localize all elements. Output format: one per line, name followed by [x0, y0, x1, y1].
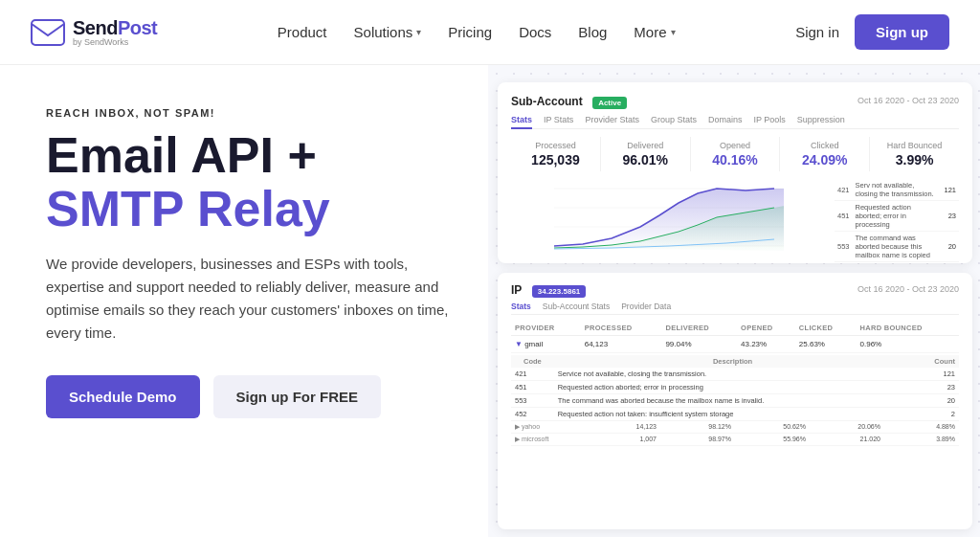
card1-header: Sub-Account Active Oct 16 2020 - Oct 23 … [511, 92, 959, 109]
hero-tag: REACH INBOX, NOT SPAM! [46, 107, 457, 119]
chart-area: 421Serv not available, closing the trans… [511, 179, 959, 256]
ip-tabs: Stats Sub-Account Stats Provider Data [511, 302, 959, 315]
card1-tab-domains[interactable]: Domains [708, 115, 743, 124]
logo-icon [31, 19, 65, 46]
nav-product[interactable]: Product [278, 24, 327, 40]
card1-title-row: Sub-Account Active [511, 92, 627, 109]
sub-row: 553 The command was aborted because the … [511, 394, 959, 408]
line-chart [511, 179, 827, 256]
logo-sub: by SendWorks [73, 38, 157, 47]
schedule-demo-button[interactable]: Schedule Demo [46, 375, 200, 418]
logo[interactable]: SendPost by SendWorks [31, 18, 157, 47]
logo-main: SendPost [73, 18, 157, 37]
sub-row: 452 Requested action not taken: insuffic… [511, 408, 959, 421]
hero-left: REACH INBOX, NOT SPAM! Email API + SMTP … [0, 65, 488, 537]
signup-button[interactable]: Sign up [855, 14, 949, 50]
card1-stats: Processed 125,039 Delivered 96.01% Opene… [511, 137, 959, 171]
header-actions: Sign in Sign up [795, 14, 949, 50]
chart-side-table: 421Serv not available, closing the trans… [835, 179, 959, 256]
preview-row-microsoft: ▶ microsoft 1,007 98.97% 55.96% 21.020 3… [511, 434, 959, 446]
nav-docs[interactable]: Docs [519, 24, 551, 40]
card1-tab-pools[interactable]: IP Pools [753, 115, 785, 124]
sub-error-table: Code Description Count 421 Service not a… [511, 355, 959, 421]
stat-clicked: Clicked 24.09% [780, 137, 870, 171]
expand-arrow-icon[interactable]: ▼ [515, 340, 523, 348]
sub-account-card: Sub-Account Active Oct 16 2020 - Oct 23 … [498, 82, 972, 263]
sub-row: 451 Requested action aborted; error in p… [511, 381, 959, 394]
card1-tab-suppression[interactable]: Suppression [797, 115, 845, 124]
hero-ctas: Schedule Demo Sign up For FREE [46, 375, 457, 418]
stat-delivered: Delivered 96.01% [601, 137, 691, 171]
preview-row-yahoo: ▶ yahoo 14,123 98.12% 50.62% 20.06% 4.88… [511, 421, 959, 434]
nav-solutions[interactable]: Solutions ▾ [354, 24, 422, 40]
hero-heading: Email API + SMTP Relay [46, 128, 457, 235]
signin-button[interactable]: Sign in [795, 24, 839, 40]
stat-opened: Opened 40.16% [691, 137, 781, 171]
more-chevron-icon: ▾ [671, 27, 676, 37]
ip-title-row: IP 34.223.5861 [511, 280, 586, 298]
hero-description: We provide developers, businesses and ES… [46, 253, 457, 345]
ip-tab-provider[interactable]: Provider Data [621, 302, 671, 311]
card1-tabs: Stats IP Stats Provider Stats Group Stat… [511, 115, 959, 129]
hero-section: REACH INBOX, NOT SPAM! Email API + SMTP … [0, 65, 980, 537]
ip-tab-stats[interactable]: Stats [511, 302, 531, 311]
ip-card: IP 34.223.5861 Oct 16 2020 - Oct 23 2020… [498, 273, 972, 529]
stat-bounced: Hard Bounced 3.99% [870, 137, 959, 171]
site-header: SendPost by SendWorks Product Solutions … [0, 0, 980, 65]
table-row: ▼ gmail 64,123 99.04% 43.23% 25.63% 0.96… [511, 336, 959, 353]
nav-more[interactable]: More ▾ [634, 24, 675, 40]
ip-tab-subaccount[interactable]: Sub-Account Stats [543, 302, 610, 311]
card1-tab-ipstats[interactable]: IP Stats [544, 115, 573, 124]
card1-tab-stats[interactable]: Stats [511, 115, 532, 129]
nav-pricing[interactable]: Pricing [448, 24, 492, 40]
hero-dashboard: Sub-Account Active Oct 16 2020 - Oct 23 … [488, 65, 980, 537]
main-nav: Product Solutions ▾ Pricing Docs Blog Mo… [278, 24, 676, 40]
card1-tab-group[interactable]: Group Stats [651, 115, 697, 124]
ip-header: IP 34.223.5861 Oct 16 2020 - Oct 23 2020 [511, 280, 959, 298]
ip-main-table: PROVIDER PROCESSED DELIVERED OPENED CLIC… [511, 321, 959, 353]
signup-free-button[interactable]: Sign up For FREE [213, 375, 382, 418]
logo-text: SendPost by SendWorks [73, 18, 157, 47]
card1-tab-provider[interactable]: Provider Stats [585, 115, 639, 124]
stat-processed: Processed 125,039 [511, 137, 601, 171]
dashboard-wrap: Sub-Account Active Oct 16 2020 - Oct 23 … [498, 82, 972, 529]
solutions-chevron-icon: ▾ [416, 27, 421, 37]
svg-rect-0 [32, 20, 64, 45]
nav-blog[interactable]: Blog [578, 24, 607, 40]
sub-row: 421 Service not available, closing the t… [511, 368, 959, 381]
